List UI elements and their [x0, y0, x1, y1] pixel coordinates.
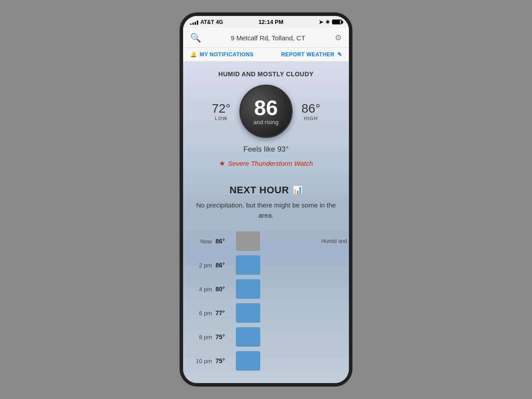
hourly-temp: 86° [215, 238, 231, 245]
feels-like: Feels like 93° [192, 145, 340, 154]
main-temp-number: 86 [254, 98, 278, 119]
status-icons: ➤ ✷ [319, 19, 342, 25]
hourly-temp: 80° [215, 286, 231, 293]
bell-icon: 🔔 [190, 51, 197, 58]
next-hour-section: NEXT HOUR 📊 No precipitation, but there … [183, 180, 349, 220]
rising-text: and rising [254, 119, 278, 125]
alert-row[interactable]: ★ Severe Thunderstorm Watch [192, 159, 340, 168]
weather-header: HUMID AND MOSTLY CLOUDY 72° LOW 86 and r… [183, 62, 349, 180]
hourly-row: 8 pm75° [192, 325, 340, 349]
search-icon[interactable]: 🔍 [190, 32, 201, 43]
notifications-label: MY NOTIFICATIONS [200, 51, 254, 58]
battery-fill [333, 20, 340, 23]
hourly-bar-container [236, 351, 340, 371]
bluetooth-icon: ✷ [325, 19, 330, 25]
bar-label: Humid and Mostly Cloudy (13%) [321, 238, 349, 244]
status-time: 12:14 PM [258, 19, 283, 25]
low-temp-value: 72° [212, 102, 231, 116]
hourly-bar-container [236, 255, 340, 275]
next-hour-desc: No precipitation, but there might be som… [192, 200, 340, 220]
hourly-temp: 75° [215, 333, 231, 340]
network-label: 4G [216, 19, 223, 25]
high-temp: 86° HIGH [301, 102, 320, 121]
nav-bar: 🔍 9 Metcalf Rd, Tolland, CT ⚙ [183, 28, 349, 48]
hourly-bar [236, 327, 260, 347]
hourly-row: 10 pm75° [192, 349, 340, 373]
hourly-temp: 86° [215, 262, 231, 269]
bar-chart-icon: 📊 [293, 185, 303, 195]
status-bar: AT&T 4G 12:14 PM ➤ ✷ [183, 16, 349, 28]
next-hour-label: NEXT HOUR [230, 184, 289, 196]
hourly-time: 8 pm [192, 334, 212, 340]
hourly-time: Now [192, 238, 212, 245]
report-weather-label: REPORT WEATHER [281, 51, 334, 58]
battery-icon [332, 20, 342, 24]
hourly-temp: 75° [215, 357, 231, 364]
main-temp-circle: 86 and rising [239, 85, 293, 138]
hourly-row: 6 pm77°Rain (72%) [192, 301, 340, 325]
notifications-button[interactable]: 🔔 MY NOTIFICATIONS [190, 51, 254, 58]
location-icon: ➤ [319, 19, 323, 25]
hourly-time: 10 pm [192, 358, 212, 364]
main-content: HUMID AND MOSTLY CLOUDY 72° LOW 86 and r… [183, 62, 349, 383]
hourly-bar-container: Rain (72%) [236, 303, 340, 323]
hourly-bar [236, 279, 260, 299]
phone-frame: AT&T 4G 12:14 PM ➤ ✷ 🔍 9 Metcalf Rd, Tol… [180, 12, 352, 387]
settings-icon[interactable]: ⚙ [335, 33, 342, 43]
carrier-label: AT&T [200, 19, 214, 25]
hourly-row: 4 pm80° [192, 277, 340, 301]
hourly-time: 6 pm [192, 310, 212, 317]
hourly-bar [236, 255, 260, 275]
hourly-time: 4 pm [192, 286, 212, 293]
condition-text: HUMID AND MOSTLY CLOUDY [192, 70, 340, 78]
report-weather-button[interactable]: REPORT WEATHER ✎ [281, 51, 342, 58]
hourly-bar-container [236, 327, 340, 347]
signal-icon [190, 20, 199, 25]
hourly-bar-container: Humid and Mostly Cloudy (13%) [236, 231, 340, 251]
low-temp-label: LOW [212, 116, 231, 121]
hourly-temp: 77° [215, 309, 231, 317]
hourly-chart: Now86°Humid and Mostly Cloudy (13%)2 pm8… [183, 229, 349, 382]
temp-row: 72° LOW 86 and rising 86° HIGH [192, 85, 340, 138]
low-temp: 72° LOW [212, 102, 231, 121]
action-bar: 🔔 MY NOTIFICATIONS REPORT WEATHER ✎ [183, 48, 349, 62]
alert-text: Severe Thunderstorm Watch [228, 160, 313, 167]
hourly-bar-container [236, 279, 340, 299]
pencil-icon: ✎ [337, 51, 342, 58]
high-temp-label: HIGH [301, 116, 320, 121]
nav-title: 9 Metcalf Rd, Tolland, CT [231, 34, 305, 42]
hourly-bar [236, 351, 260, 371]
next-hour-title: NEXT HOUR 📊 [192, 184, 340, 196]
hourly-bar [236, 231, 260, 251]
hourly-row: Now86°Humid and Mostly Cloudy (13%) [192, 229, 340, 253]
carrier-info: AT&T 4G [190, 19, 223, 25]
page-dots [183, 382, 349, 383]
high-temp-value: 86° [301, 102, 320, 116]
hourly-row: 2 pm86° [192, 253, 340, 277]
hourly-bar [236, 303, 260, 323]
hourly-time: 2 pm [192, 262, 212, 269]
alert-star-icon: ★ [219, 159, 225, 168]
